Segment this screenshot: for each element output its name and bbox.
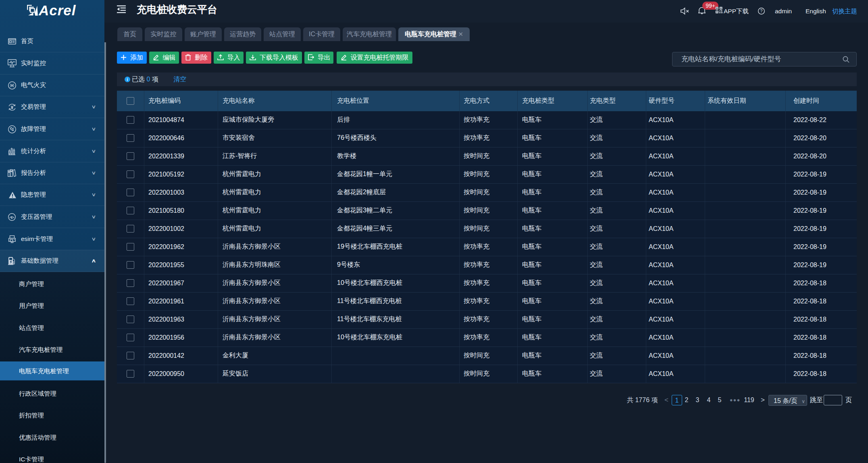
- svg-text:?: ?: [760, 8, 763, 13]
